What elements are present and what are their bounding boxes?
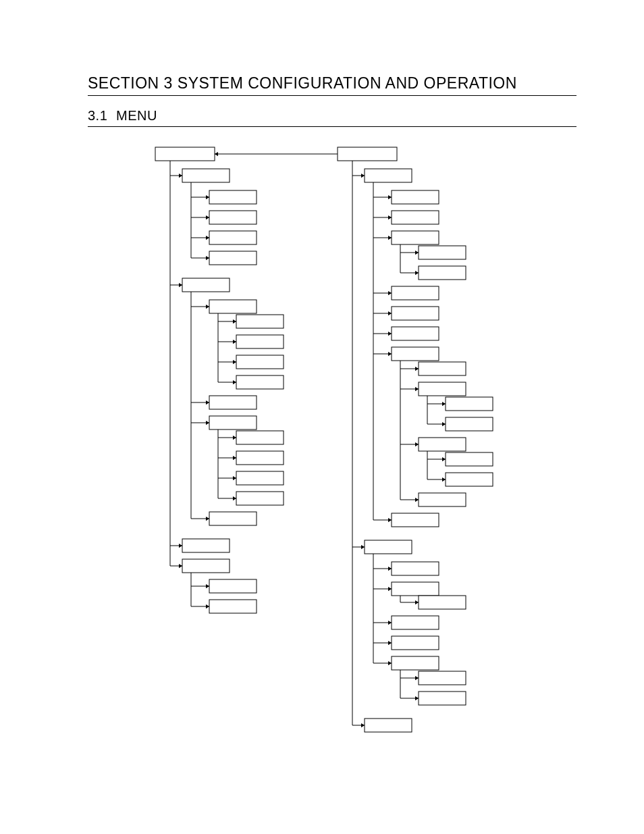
svg-marker-3 (179, 174, 182, 178)
svg-marker-138 (361, 545, 365, 549)
svg-marker-112 (415, 387, 419, 391)
svg-marker-129 (442, 477, 446, 481)
svg-marker-46 (233, 436, 236, 440)
svg-rect-110 (419, 362, 466, 375)
svg-rect-31 (236, 335, 284, 348)
svg-rect-100 (392, 307, 439, 320)
svg-marker-33 (233, 360, 236, 364)
svg-marker-99 (388, 311, 392, 315)
svg-marker-119 (442, 422, 446, 426)
svg-marker-152 (388, 621, 392, 625)
svg-marker-142 (388, 567, 392, 571)
svg-marker-58 (206, 517, 209, 521)
svg-rect-150 (419, 596, 466, 609)
svg-marker-36 (233, 380, 236, 384)
svg-marker-102 (388, 332, 392, 336)
svg-rect-17 (209, 251, 257, 265)
svg-marker-105 (388, 352, 392, 356)
svg-marker-61 (179, 544, 182, 548)
svg-rect-11 (209, 211, 257, 224)
svg-rect-156 (392, 636, 439, 650)
svg-rect-53 (236, 471, 284, 485)
svg-marker-7 (206, 195, 209, 199)
svg-rect-50 (236, 451, 284, 465)
subsection-title: MENU (116, 108, 157, 124)
svg-marker-64 (179, 564, 182, 568)
svg-marker-145 (388, 587, 392, 591)
svg-marker-76 (361, 174, 365, 178)
svg-rect-28 (236, 315, 284, 328)
svg-rect-24 (209, 300, 257, 313)
svg-rect-163 (419, 671, 466, 685)
svg-rect-84 (392, 211, 439, 224)
svg-rect-0 (155, 147, 215, 161)
svg-rect-62 (182, 539, 230, 552)
svg-marker-80 (388, 195, 392, 199)
svg-marker-16 (206, 256, 209, 260)
svg-marker-83 (388, 215, 392, 219)
svg-marker-162 (415, 676, 419, 680)
svg-marker-90 (415, 251, 419, 255)
svg-marker-171 (215, 152, 218, 156)
svg-rect-34 (236, 355, 284, 369)
svg-rect-4 (182, 169, 230, 182)
svg-marker-122 (415, 442, 419, 446)
svg-rect-120 (446, 417, 493, 431)
menu-tree-diagram (155, 147, 574, 755)
svg-rect-72 (209, 600, 257, 613)
svg-marker-19 (179, 283, 182, 287)
svg-rect-133 (419, 493, 466, 506)
subsection-number: 3.1 (88, 108, 116, 124)
svg-rect-69 (209, 579, 257, 593)
svg-marker-135 (388, 518, 392, 522)
svg-marker-126 (442, 457, 446, 461)
svg-rect-91 (419, 246, 466, 259)
svg-rect-139 (365, 540, 412, 554)
svg-rect-127 (446, 452, 493, 466)
svg-rect-117 (446, 397, 493, 411)
svg-rect-14 (209, 231, 257, 244)
svg-rect-65 (182, 559, 230, 573)
svg-marker-68 (206, 584, 209, 588)
svg-rect-143 (392, 562, 439, 575)
svg-rect-81 (392, 190, 439, 204)
svg-marker-55 (233, 496, 236, 500)
svg-marker-132 (415, 498, 419, 502)
svg-rect-146 (392, 582, 439, 596)
svg-rect-113 (419, 382, 466, 396)
svg-rect-37 (236, 375, 284, 389)
svg-marker-23 (206, 305, 209, 309)
svg-marker-158 (388, 661, 392, 665)
section-title: SECTION 3 SYSTEM CONFIGURATION AND OPERA… (88, 74, 576, 96)
svg-rect-130 (446, 473, 493, 486)
svg-marker-13 (206, 236, 209, 240)
svg-rect-103 (392, 327, 439, 340)
svg-marker-93 (415, 271, 419, 275)
svg-marker-39 (206, 400, 209, 405)
page: SECTION 3 SYSTEM CONFIGURATION AND OPERA… (0, 0, 644, 834)
svg-rect-40 (209, 396, 257, 409)
svg-marker-52 (233, 476, 236, 480)
svg-marker-116 (442, 402, 446, 406)
svg-rect-43 (209, 416, 257, 429)
svg-marker-155 (388, 641, 392, 645)
svg-marker-49 (233, 456, 236, 460)
svg-marker-96 (388, 291, 392, 295)
svg-rect-87 (392, 231, 439, 244)
svg-marker-165 (415, 696, 419, 700)
svg-rect-77 (365, 169, 412, 182)
svg-marker-109 (415, 367, 419, 371)
svg-rect-123 (419, 438, 466, 451)
svg-rect-166 (419, 692, 466, 705)
svg-rect-97 (392, 286, 439, 300)
svg-marker-42 (206, 421, 209, 425)
svg-rect-94 (419, 266, 466, 280)
svg-rect-153 (392, 616, 439, 629)
tree-svg (155, 147, 574, 755)
svg-rect-169 (365, 719, 412, 732)
svg-marker-86 (388, 236, 392, 240)
svg-rect-59 (209, 512, 257, 525)
svg-rect-159 (392, 656, 439, 670)
svg-marker-71 (206, 604, 209, 608)
svg-rect-47 (236, 431, 284, 444)
